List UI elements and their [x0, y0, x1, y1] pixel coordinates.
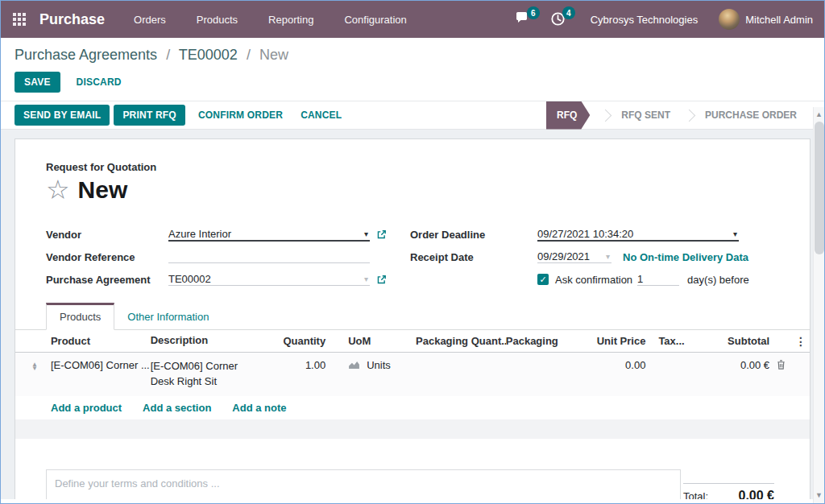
order-deadline-field[interactable]: 09/27/2021 10:34:20 ▾	[537, 228, 739, 242]
ask-confirmation-label: Ask confirmation	[555, 274, 632, 286]
totals-box: Total: 0.00 €	[683, 483, 774, 499]
ask-days-input[interactable]	[637, 273, 679, 286]
company-switcher[interactable]: Cybrosys Technologies	[591, 14, 698, 26]
header-unit-price: Unit Price	[580, 335, 646, 347]
table-row: ▲▼ [E-COM06] Corner ... [E-COM06] Corner…	[15, 353, 810, 396]
top-navbar: Purchase Orders Products Reporting Confi…	[1, 1, 824, 38]
record-title: New	[78, 176, 128, 204]
stage-rfq[interactable]: RFQ	[546, 101, 590, 130]
purchase-agreement-external-link-icon[interactable]	[376, 275, 387, 285]
breadcrumb-purchase-agreements[interactable]: Purchase Agreements	[15, 47, 157, 63]
stage-chevron-icon	[683, 109, 696, 122]
user-menu[interactable]: Mitchell Admin	[745, 14, 813, 26]
on-time-delivery-note: No On-time Delivery Data	[623, 251, 748, 263]
save-button[interactable]: SAVE	[15, 72, 60, 93]
apps-grid-icon[interactable]	[13, 13, 27, 27]
activities-icon[interactable]: 4	[550, 11, 568, 27]
notebook-tabs: Products Other Information	[15, 303, 810, 330]
vendor-label: Vendor	[46, 229, 168, 241]
header-packaging-quantity: Packaging Quant...	[404, 335, 506, 347]
drag-handle-icon[interactable]: ▲▼	[19, 359, 51, 373]
empty-stripe-row	[15, 419, 810, 439]
scrollbar-thumb[interactable]	[815, 122, 824, 254]
app-name[interactable]: Purchase	[39, 11, 105, 28]
purchase-agreement-dropdown-icon[interactable]: ▾	[364, 275, 370, 283]
favorite-star-icon[interactable]: ☆	[46, 176, 70, 204]
print-rfq-button[interactable]: PRINT RFQ	[114, 105, 184, 126]
breadcrumb-te00002[interactable]: TE00002	[179, 47, 238, 63]
odoo-purchase-window: Purchase Orders Products Reporting Confi…	[0, 0, 825, 504]
menu-configuration[interactable]: Configuration	[344, 14, 406, 26]
delete-row-cell	[769, 359, 792, 373]
vendor-reference-value[interactable]	[168, 250, 172, 262]
header-quantity: Quantity	[263, 335, 325, 347]
activities-badge: 4	[562, 6, 575, 19]
send-by-email-button[interactable]: SEND BY EMAIL	[15, 105, 110, 126]
add-a-product-link[interactable]: Add a product	[51, 402, 122, 414]
vendor-reference-label: Vendor Reference	[46, 251, 168, 263]
content-area: Request for Quotation ☆ New Vendor Azure…	[1, 130, 824, 499]
cell-quantity[interactable]: 1.00	[263, 359, 325, 371]
receipt-date-dropdown-icon[interactable]: ▾	[606, 252, 611, 261]
vendor-field[interactable]: Azure Interior ▾	[168, 228, 370, 242]
header-taxes: Tax...	[645, 335, 686, 347]
menu-orders[interactable]: Orders	[134, 14, 166, 26]
cell-subtotal: 0.00 €	[686, 359, 769, 371]
tab-other-information[interactable]: Other Information	[114, 305, 222, 329]
stage-purchase-order[interactable]: PURCHASE ORDER	[702, 109, 800, 121]
scroll-down-icon[interactable]: ▼	[814, 490, 824, 502]
purchase-agreement-label: Purchase Agreement	[46, 274, 168, 286]
messages-icon[interactable]: 6	[515, 11, 533, 27]
vendor-external-link-icon[interactable]	[376, 229, 387, 240]
vendor-dropdown-icon[interactable]: ▾	[364, 229, 370, 238]
header-product: Product	[51, 335, 151, 347]
bottom-section: Define your terms and conditions ... Tot…	[15, 469, 810, 499]
scroll-up-icon[interactable]: ▲	[814, 109, 824, 121]
scrollbar[interactable]: ▲ ▼	[813, 107, 824, 503]
stage-rfq-sent[interactable]: RFQ SENT	[618, 109, 674, 121]
order-deadline-value[interactable]: 09/27/2021 10:34:20	[537, 228, 633, 240]
discard-button[interactable]: DISCARD	[67, 72, 131, 93]
form-left-column: Vendor Azure Interior ▾ Vendor Reference	[46, 223, 410, 291]
ask-confirmation-checkbox[interactable]: ✓	[537, 274, 549, 285]
breadcrumb-separator: /	[242, 47, 255, 63]
order-deadline-dropdown-icon[interactable]: ▾	[733, 229, 739, 238]
statusbar: RFQ RFQ SENT PURCHASE ORDER	[546, 101, 800, 129]
purchase-agreement-value[interactable]: TE00002	[168, 273, 211, 285]
add-a-note-link[interactable]: Add a note	[232, 402, 286, 414]
add-a-section-link[interactable]: Add a section	[143, 402, 211, 414]
cell-uom[interactable]: Units	[325, 359, 404, 371]
purchase-agreement-field[interactable]: TE00002 ▾	[168, 273, 370, 286]
header-subtotal: Subtotal	[686, 335, 769, 347]
forecast-chart-icon[interactable]	[348, 361, 360, 370]
confirm-order-button[interactable]: CONFIRM ORDER	[189, 105, 292, 126]
terms-and-conditions-input[interactable]: Define your terms and conditions ...	[46, 469, 681, 499]
user-avatar[interactable]	[719, 9, 740, 30]
optional-columns-icon[interactable]: ⋮	[792, 335, 810, 348]
order-lines-table: Product Description Quantity UoM Packagi…	[15, 330, 810, 439]
vendor-value[interactable]: Azure Interior	[168, 228, 231, 240]
receipt-date-field[interactable]: 09/29/2021 ▾	[537, 250, 611, 263]
total-label: Total:	[683, 490, 708, 499]
receipt-date-label: Receipt Date	[410, 251, 537, 263]
cancel-button[interactable]: CANCEL	[292, 105, 350, 126]
vendor-reference-field[interactable]	[168, 250, 370, 263]
form-sheet: Request for Quotation ☆ New Vendor Azure…	[15, 138, 810, 499]
navbar-right: 6 4 Cybrosys Technologies Mitchell Admin	[515, 9, 813, 30]
breadcrumb-separator: /	[161, 47, 175, 63]
action-bar: SEND BY EMAIL PRINT RFQ CONFIRM ORDER CA…	[1, 101, 824, 130]
messages-badge: 6	[527, 6, 540, 19]
cell-product[interactable]: [E-COM06] Corner ...	[51, 359, 151, 371]
order-deadline-label: Order Deadline	[410, 229, 537, 241]
table-add-links-row: Add a product Add a section Add a note	[15, 396, 810, 419]
cell-uom-value: Units	[367, 359, 391, 371]
menu-reporting[interactable]: Reporting	[268, 14, 313, 26]
cell-description[interactable]: [E-COM06] Corner Desk Right Sit	[151, 359, 263, 390]
total-value: 0.00 €	[739, 489, 774, 499]
receipt-date-value[interactable]: 09/29/2021	[537, 250, 590, 262]
tab-products[interactable]: Products	[46, 303, 114, 330]
trash-icon[interactable]	[776, 359, 786, 370]
menu-products[interactable]: Products	[197, 14, 238, 26]
cell-unit-price[interactable]: 0.00	[580, 359, 646, 371]
form-right-column: Order Deadline 09/27/2021 10:34:20 ▾ Rec…	[410, 223, 810, 291]
